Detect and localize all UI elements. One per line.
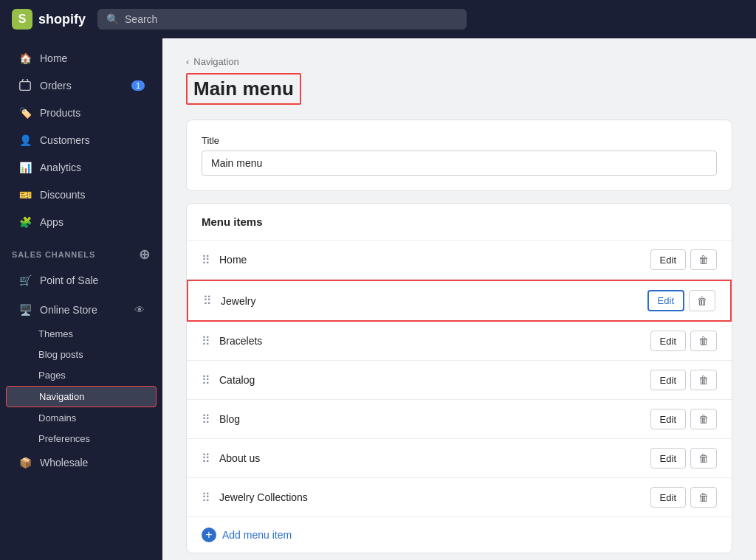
chevron-left-icon: ‹ [186, 56, 189, 67]
apps-icon: 🧩 [18, 215, 32, 229]
brand-name: shopify [38, 12, 86, 27]
point-of-sale-icon: 🛒 [18, 273, 32, 288]
sales-channels-section: SALES CHANNELS ⊕ [0, 236, 162, 264]
menu-item-actions: Edit 🗑 [647, 290, 715, 311]
sidebar-sub-themes[interactable]: Themes [6, 324, 157, 344]
menu-items-card: Menu items ⠿ Home Edit 🗑 ⠿ Jewelry Edit … [186, 203, 732, 553]
eye-icon[interactable]: 👁 [134, 304, 145, 316]
sidebar-sub-label: Navigation [39, 391, 84, 402]
edit-button[interactable]: Edit [650, 487, 686, 508]
sidebar-item-label: Apps [40, 216, 63, 228]
title-label: Title [202, 135, 717, 146]
title-input[interactable] [202, 151, 717, 176]
sidebar-item-home[interactable]: 🏠 Home [6, 45, 157, 72]
sidebar-item-label: Wholesale [40, 457, 88, 469]
drag-handle-icon[interactable]: ⠿ [203, 294, 212, 308]
sidebar-item-label: Point of Sale [40, 274, 98, 286]
delete-button[interactable]: 🗑 [690, 448, 717, 469]
add-menu-item-button[interactable]: + Add menu item [187, 517, 732, 553]
delete-button[interactable]: 🗑 [690, 370, 717, 390]
sidebar-item-point-of-sale[interactable]: 🛒 Point of Sale [6, 267, 157, 294]
drag-handle-icon[interactable]: ⠿ [202, 373, 210, 387]
wholesale-icon: 📦 [18, 455, 32, 470]
menu-item-actions: Edit 🗑 [650, 249, 717, 270]
sidebar-item-label: Discounts [40, 189, 85, 201]
sidebar-sub-navigation[interactable]: Navigation [6, 386, 157, 407]
menu-item-row: ⠿ Blog Edit 🗑 [187, 400, 732, 439]
shopify-logo[interactable]: S shopify [12, 9, 86, 30]
sidebar-sub-blog-posts[interactable]: Blog posts [6, 345, 157, 364]
menu-item-label: Blog [219, 413, 642, 425]
add-circle-icon: + [202, 528, 216, 542]
analytics-icon: 📊 [18, 160, 32, 175]
menu-item-actions: Edit 🗑 [650, 487, 717, 508]
title-card: Title [186, 120, 732, 191]
sidebar-item-products[interactable]: 🏷️ Products [6, 100, 157, 126]
menu-item-row: ⠿ Catalog Edit 🗑 [187, 361, 732, 400]
main-content: ‹ Navigation Main menu Title Menu items … [162, 38, 756, 560]
sidebar-sub-label: Domains [38, 412, 76, 424]
delete-button[interactable]: 🗑 [690, 249, 717, 270]
menu-item-row-jewelry: ⠿ Jewelry Edit 🗑 [187, 280, 732, 322]
products-icon: 🏷️ [18, 106, 32, 120]
breadcrumb-label: Navigation [193, 56, 238, 67]
delete-button[interactable]: 🗑 [690, 487, 717, 508]
topbar: S shopify 🔍 Search [0, 0, 756, 38]
discounts-icon: 🎫 [18, 187, 32, 202]
sidebar-item-online-store[interactable]: 🖥️ Online Store 👁 [6, 297, 157, 323]
menu-item-label: Catalog [219, 374, 642, 386]
drag-handle-icon[interactable]: ⠿ [202, 412, 210, 426]
shopify-logo-icon: S [12, 9, 32, 30]
sidebar-item-orders[interactable]: Orders 1 [6, 72, 157, 99]
edit-button[interactable]: Edit [650, 331, 686, 351]
menu-item-label: Jewelry Collections [219, 491, 642, 503]
edit-button[interactable]: Edit [650, 249, 686, 270]
sidebar-item-customers[interactable]: 👤 Customers [6, 127, 157, 153]
svg-rect-0 [20, 82, 30, 91]
sidebar-item-wholesale[interactable]: 📦 Wholesale [6, 449, 157, 476]
delete-button[interactable]: 🗑 [690, 331, 717, 351]
sidebar-sub-label: Blog posts [38, 349, 83, 360]
sales-channels-title: SALES CHANNELS [12, 250, 95, 259]
edit-button[interactable]: Edit [650, 409, 686, 429]
layout: 🏠 Home Orders 1 🏷️ Products 👤 Customers … [0, 38, 756, 560]
menu-item-actions: Edit 🗑 [650, 409, 717, 429]
menu-item-label: Bracelets [219, 335, 642, 347]
add-sales-channel-button[interactable]: ⊕ [139, 248, 151, 261]
menu-items-header: Menu items [187, 204, 732, 241]
menu-item-label: Jewelry [221, 295, 639, 307]
edit-button[interactable]: Edit [650, 448, 686, 469]
sidebar-sub-label: Pages [38, 370, 66, 381]
sidebar-sub-pages[interactable]: Pages [6, 365, 157, 385]
drag-handle-icon[interactable]: ⠿ [202, 253, 210, 267]
menu-item-actions: Edit 🗑 [650, 331, 717, 351]
page-title: Main menu [186, 73, 301, 105]
sidebar-sub-preferences[interactable]: Preferences [6, 429, 157, 449]
menu-item-actions: Edit 🗑 [650, 448, 717, 469]
online-store-icon: 🖥️ [18, 303, 32, 317]
search-bar[interactable]: 🔍 Search [97, 9, 467, 30]
edit-button[interactable]: Edit [650, 370, 686, 390]
drag-handle-icon[interactable]: ⠿ [202, 491, 210, 505]
sidebar-item-apps[interactable]: 🧩 Apps [6, 209, 157, 235]
customers-icon: 👤 [18, 133, 32, 148]
drag-handle-icon[interactable]: ⠿ [202, 334, 210, 348]
breadcrumb[interactable]: ‹ Navigation [186, 56, 732, 67]
menu-item-row: ⠿ Home Edit 🗑 [187, 241, 732, 280]
edit-button[interactable]: Edit [647, 290, 684, 311]
menu-item-label: Home [219, 254, 642, 266]
menu-item-actions: Edit 🗑 [650, 370, 717, 390]
sidebar-item-label: Home [40, 52, 67, 64]
sidebar-item-label: Online Store [40, 304, 97, 316]
sidebar-item-analytics[interactable]: 📊 Analytics [6, 154, 157, 181]
menu-item-row: ⠿ Jewelry Collections Edit 🗑 [187, 478, 732, 517]
title-section: Title [187, 120, 732, 190]
sidebar-item-label: Analytics [40, 162, 81, 173]
sidebar-item-label: Products [40, 107, 80, 119]
sidebar-sub-domains[interactable]: Domains [6, 408, 157, 428]
delete-button[interactable]: 🗑 [690, 409, 717, 429]
search-icon: 🔍 [106, 13, 119, 25]
delete-button[interactable]: 🗑 [689, 290, 715, 311]
sidebar-item-discounts[interactable]: 🎫 Discounts [6, 182, 157, 208]
drag-handle-icon[interactable]: ⠿ [202, 452, 210, 466]
